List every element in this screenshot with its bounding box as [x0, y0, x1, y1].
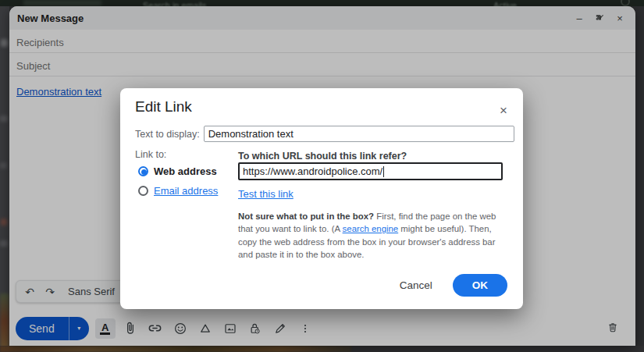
dialog-close-icon[interactable]: ×: [496, 102, 511, 118]
help-bold-text: Not sure what to put in the box?: [238, 212, 374, 221]
radio-unselected-icon[interactable]: [138, 186, 148, 196]
web-address-option[interactable]: Web address: [138, 165, 217, 177]
url-input[interactable]: https://www.androidpolice.com/: [238, 162, 503, 180]
text-to-display-label: Text to display:: [135, 129, 200, 140]
email-address-option[interactable]: Email address: [138, 185, 218, 197]
text-cursor: [383, 166, 384, 177]
dialog-footer: Cancel OK: [400, 274, 507, 297]
cancel-button[interactable]: Cancel: [400, 279, 432, 291]
search-engine-link[interactable]: search engine: [343, 224, 399, 233]
screen: Search in emails Active New Message – ×: [0, 0, 644, 352]
dialog-title: Edit Link: [135, 98, 192, 116]
test-this-link[interactable]: Test this link: [238, 188, 294, 200]
help-paragraph: Not sure what to put in the box? First, …: [238, 210, 504, 261]
radio-selected-icon[interactable]: [138, 166, 148, 176]
link-to-label: Link to:: [135, 149, 166, 160]
edit-link-dialog: Edit Link × Text to display: Link to: We…: [120, 88, 523, 309]
text-to-display-input[interactable]: [204, 126, 514, 142]
web-address-label[interactable]: Web address: [154, 165, 217, 177]
url-question-label: To which URL should this link refer?: [238, 151, 407, 162]
url-value: https://www.androidpolice.com/: [243, 165, 382, 177]
email-address-label[interactable]: Email address: [154, 185, 218, 197]
ok-button[interactable]: OK: [453, 274, 507, 297]
text-to-display-row: Text to display:: [135, 126, 514, 142]
